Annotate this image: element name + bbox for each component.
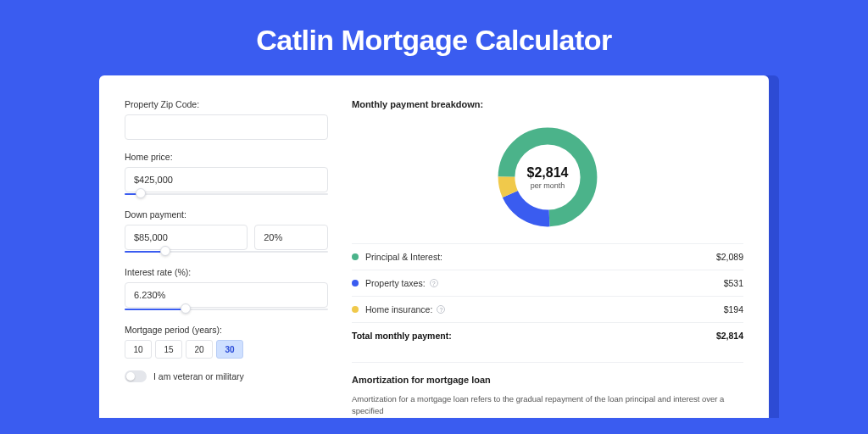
legend-row: Principal & Interest:$2,089: [352, 244, 743, 270]
slider-thumb[interactable]: [160, 246, 170, 256]
amortization-title: Amortization for mortgage loan: [352, 375, 743, 385]
legend-label: Property taxes:?: [365, 278, 724, 288]
legend-value: $194: [724, 304, 743, 314]
slider-thumb[interactable]: [181, 303, 191, 314]
donut-sub: per month: [531, 181, 565, 190]
home-price-field: Home price:: [125, 152, 328, 198]
zip-field: Property Zip Code:: [125, 99, 328, 140]
legend-total-value: $2,814: [716, 331, 743, 341]
period-option-30[interactable]: 30: [216, 340, 243, 359]
interest-input[interactable]: [125, 282, 328, 308]
interest-field: Interest rate (%):: [125, 267, 328, 313]
donut-amount: $2,814: [527, 165, 569, 181]
period-label: Mortgage period (years):: [125, 325, 328, 335]
down-payment-pct-input[interactable]: [254, 225, 328, 250]
down-payment-slider[interactable]: [125, 248, 328, 255]
down-payment-label: Down payment:: [125, 209, 328, 220]
period-field: Mortgage period (years): 10152030: [125, 325, 328, 359]
legend-row: Property taxes:?$531: [352, 270, 743, 297]
slider-thumb[interactable]: [136, 188, 146, 198]
amortization-text: Amortization for a mortgage loan refers …: [352, 393, 743, 418]
veteran-label: I am veteran or military: [153, 371, 244, 381]
legend: Principal & Interest:$2,089Property taxe…: [352, 243, 743, 348]
zip-label: Property Zip Code:: [125, 99, 328, 109]
calculator-card: Property Zip Code: Home price: Down paym…: [99, 75, 769, 418]
legend-value: $531: [724, 278, 743, 288]
home-price-input[interactable]: [125, 167, 328, 192]
period-option-20[interactable]: 20: [186, 340, 213, 359]
donut-chart: $2,814 per month: [352, 118, 743, 243]
period-options: 10152030: [125, 340, 328, 359]
down-payment-field: Down payment:: [125, 209, 328, 255]
info-icon[interactable]: ?: [430, 279, 438, 287]
home-price-label: Home price:: [125, 152, 328, 162]
amortization-section: Amortization for mortgage loan Amortizat…: [352, 362, 743, 418]
home-price-slider[interactable]: [125, 191, 328, 198]
period-option-15[interactable]: 15: [155, 340, 182, 359]
legend-row: Home insurance:?$194: [352, 297, 743, 323]
legend-value: $2,089: [716, 252, 743, 262]
legend-dot: [352, 280, 359, 287]
page-title: Catlin Mortgage Calculator: [0, 0, 868, 75]
legend-label: Home insurance:?: [365, 304, 724, 314]
interest-label: Interest rate (%):: [125, 267, 328, 277]
interest-slider[interactable]: [125, 306, 328, 313]
form-column: Property Zip Code: Home price: Down paym…: [125, 99, 328, 418]
period-option-10[interactable]: 10: [125, 340, 152, 359]
breakdown-column: Monthly payment breakdown: $2,814 per mo…: [352, 99, 743, 418]
legend-total-label: Total monthly payment:: [352, 331, 716, 341]
veteran-toggle[interactable]: [125, 370, 147, 382]
legend-label: Principal & Interest:: [365, 252, 716, 262]
legend-total-row: Total monthly payment:$2,814: [352, 323, 743, 348]
info-icon[interactable]: ?: [437, 305, 445, 314]
zip-input[interactable]: [125, 114, 328, 140]
down-payment-input[interactable]: [125, 225, 248, 250]
legend-dot: [352, 306, 359, 313]
breakdown-title: Monthly payment breakdown:: [352, 99, 743, 109]
veteran-row: I am veteran or military: [125, 370, 328, 382]
legend-dot: [352, 253, 359, 260]
